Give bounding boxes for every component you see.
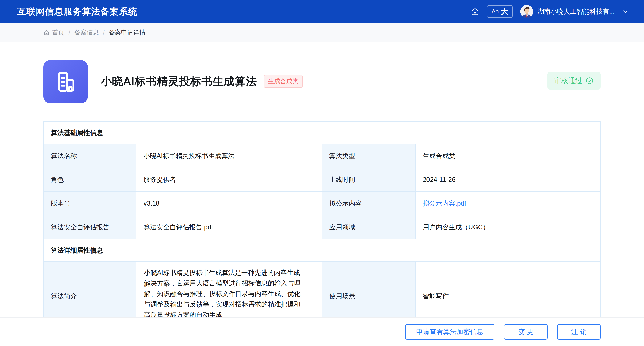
breadcrumb-current: 备案申请详情 — [109, 28, 146, 37]
value-security-report: 算法安全自评估报告.pdf — [136, 216, 322, 239]
home-icon[interactable] — [470, 7, 480, 16]
change-button[interactable]: 变 更 — [504, 324, 548, 340]
table-row: 角色 服务提供者 上线时间 2024-11-26 — [44, 168, 600, 192]
section-basic-info-title: 算法基础属性信息 — [44, 122, 600, 144]
check-circle-icon — [586, 77, 594, 85]
account-menu[interactable]: 湖南小晓人工智能科技有... — [520, 5, 629, 18]
label-algorithm-name: 算法名称 — [44, 144, 136, 168]
avatar — [520, 5, 533, 18]
breadcrumb-record-info-label: 备案信息 — [74, 28, 99, 37]
label-application-field: 应用领域 — [322, 216, 416, 239]
label-launch-date: 上线时间 — [322, 168, 416, 192]
account-name: 湖南小晓人工智能科技有... — [538, 7, 614, 16]
breadcrumb-separator: / — [103, 29, 105, 36]
label-algorithm-type: 算法类型 — [322, 144, 416, 168]
status-badge-label: 审核通过 — [554, 76, 582, 86]
algorithm-info-table: 算法基础属性信息 算法名称 小晓AI标书精灵投标书生成算法 算法类型 生成合成类… — [43, 121, 601, 331]
status-badge: 审核通过 — [547, 72, 601, 90]
page-title: 小晓AI标书精灵投标书生成算法 — [101, 74, 257, 89]
breadcrumb-home[interactable]: 首页 — [43, 28, 64, 37]
home-icon — [43, 30, 50, 36]
action-footer: 申请查看算法加密信息 变 更 注 销 — [0, 318, 644, 346]
label-security-report: 算法安全自评估报告 — [44, 216, 136, 239]
algorithm-app-icon — [43, 60, 88, 103]
table-row: 算法安全自评估报告 算法安全自评估报告.pdf 应用领域 用户内容生成（UGC） — [44, 216, 600, 239]
value-algorithm-type: 生成合成类 — [416, 144, 600, 168]
public-content-pdf-link[interactable]: 拟公示内容.pdf — [423, 199, 466, 208]
footer-buttons: 申请查看算法加密信息 变 更 注 销 — [405, 324, 601, 340]
value-role: 服务提供者 — [136, 168, 322, 192]
label-version: 版本号 — [44, 192, 136, 216]
value-algorithm-name: 小晓AI标书精灵投标书生成算法 — [136, 144, 322, 168]
chevron-down-icon — [622, 8, 629, 15]
label-public-content: 拟公示内容 — [322, 192, 416, 216]
breadcrumb: 首页 / 备案信息 / 备案申请详情 — [0, 23, 644, 42]
label-role: 角色 — [44, 168, 136, 192]
value-application-field: 用户内容生成（UGC） — [416, 216, 600, 239]
app-title: 互联网信息服务算法备案系统 — [17, 6, 138, 18]
section-detail-info-title: 算法详细属性信息 — [44, 239, 600, 262]
building-icon — [53, 69, 78, 94]
font-size-large-label: 大 — [501, 7, 508, 16]
font-size-toggle[interactable]: Aa 大 — [487, 5, 513, 18]
breadcrumb-home-label: 首页 — [52, 28, 64, 37]
value-version: v3.18 — [136, 192, 322, 216]
table-row: 版本号 v3.18 拟公示内容 拟公示内容.pdf — [44, 192, 600, 216]
app-header: 互联网信息服务算法备案系统 Aa 大 — [0, 0, 644, 23]
category-tag: 生成合成类 — [264, 75, 303, 88]
view-encrypted-info-button[interactable]: 申请查看算法加密信息 — [405, 324, 494, 340]
title-block: 小晓AI标书精灵投标书生成算法 生成合成类 — [101, 60, 303, 89]
header-actions: Aa 大 湖南小晓 — [470, 5, 629, 18]
font-size-small-label: Aa — [492, 8, 499, 15]
breadcrumb-record-info[interactable]: 备案信息 — [74, 28, 99, 37]
cancel-record-button[interactable]: 注 销 — [557, 324, 601, 340]
page-title-row: 小晓AI标书精灵投标书生成算法 生成合成类 审核通过 — [43, 60, 601, 103]
breadcrumb-separator: / — [68, 29, 70, 36]
value-launch-date: 2024-11-26 — [416, 168, 600, 192]
table-row: 算法名称 小晓AI标书精灵投标书生成算法 算法类型 生成合成类 — [44, 144, 600, 168]
